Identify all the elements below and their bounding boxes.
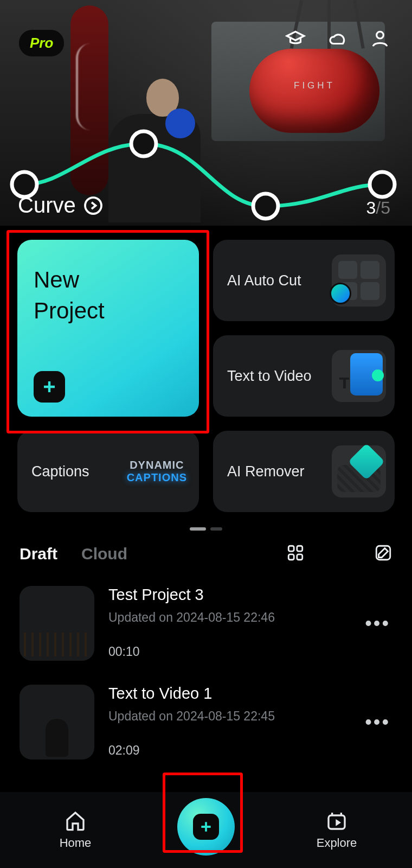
draft-thumbnail: [20, 586, 94, 661]
ai-remover-thumb: [332, 445, 386, 497]
explore-icon: [326, 810, 347, 832]
home-icon: [65, 810, 86, 832]
svg-point-3: [253, 194, 278, 219]
more-icon[interactable]: •••: [363, 601, 392, 646]
hero-page-counter: 3/5: [366, 198, 390, 218]
captions-label: Captions: [31, 463, 89, 480]
nav-home[interactable]: Home: [27, 810, 124, 850]
text-to-video-label: Text to Video: [227, 368, 312, 385]
tab-draft[interactable]: Draft: [20, 545, 57, 563]
draft-duration: 00:10: [108, 644, 349, 659]
hero-title[interactable]: Curve: [18, 193, 103, 218]
ai-remover-label: AI Remover: [227, 463, 305, 480]
svg-rect-8: [288, 554, 294, 560]
ai-auto-cut-thumb: [332, 254, 386, 307]
ai-remover-tile[interactable]: AI Remover: [213, 431, 395, 512]
svg-rect-6: [288, 546, 294, 551]
tutorial-icon[interactable]: [285, 28, 306, 51]
new-project-tile[interactable]: New Project: [17, 240, 199, 417]
nav-explore[interactable]: Explore: [288, 810, 385, 850]
draft-item[interactable]: Text to Video 1 Updated on 2024-08-15 22…: [20, 673, 392, 771]
svg-rect-7: [297, 546, 302, 551]
nav-explore-label: Explore: [317, 836, 357, 850]
hero-title-text: Curve: [18, 193, 76, 218]
sparkle-icon: [330, 283, 351, 304]
grid-view-icon[interactable]: [286, 544, 305, 564]
svg-rect-9: [297, 554, 302, 560]
draft-meta: Updated on 2024-08-15 22:46: [108, 610, 349, 625]
edit-icon[interactable]: [374, 544, 392, 564]
draft-thumbnail: [20, 685, 94, 760]
cloud-icon[interactable]: [327, 28, 348, 51]
new-project-label: New Project: [34, 265, 105, 326]
create-fab[interactable]: [177, 798, 235, 856]
boxer-silhouette: [87, 71, 201, 222]
nav-home-label: Home: [60, 836, 92, 850]
pro-badge[interactable]: Pro: [19, 30, 64, 56]
text-to-video-thumb: T: [332, 350, 386, 402]
tab-cloud[interactable]: Cloud: [81, 545, 127, 563]
more-icon[interactable]: •••: [363, 700, 392, 744]
page-indicator: [0, 527, 412, 531]
draft-duration: 02:09: [108, 743, 349, 758]
svg-point-5: [85, 197, 101, 214]
profile-icon[interactable]: [370, 28, 390, 51]
svg-point-0: [377, 31, 384, 39]
ai-auto-cut-tile[interactable]: AI Auto Cut: [213, 240, 395, 321]
draft-item[interactable]: Test Project 3 Updated on 2024-08-15 22:…: [20, 574, 392, 673]
draft-title: Text to Video 1: [108, 685, 349, 703]
draft-list: Test Project 3 Updated on 2024-08-15 22:…: [0, 564, 412, 771]
plus-icon: [193, 814, 219, 840]
draft-title: Test Project 3: [108, 586, 349, 604]
text-to-video-tile[interactable]: Text to Video T: [213, 335, 395, 417]
ai-auto-cut-label: AI Auto Cut: [227, 272, 301, 289]
hero-banner[interactable]: FIGHT Pro Curve 3/5: [0, 0, 412, 226]
draft-meta: Updated on 2024-08-15 22:45: [108, 709, 349, 724]
svg-point-4: [370, 172, 395, 197]
punching-bag-right: FIGHT: [249, 49, 379, 133]
tool-grid: New Project AI Auto Cut Text to Video T …: [0, 226, 412, 512]
plus-icon: [34, 371, 65, 403]
arrow-right-icon: [83, 196, 103, 215]
bottom-nav: Home Explore: [0, 792, 412, 868]
captions-thumb: DYNAMIC CAPTIONS: [127, 459, 187, 484]
captions-tile[interactable]: Captions DYNAMIC CAPTIONS: [17, 431, 199, 512]
section-header: Draft Cloud: [0, 544, 412, 564]
bag-text: FIGHT: [294, 80, 335, 91]
